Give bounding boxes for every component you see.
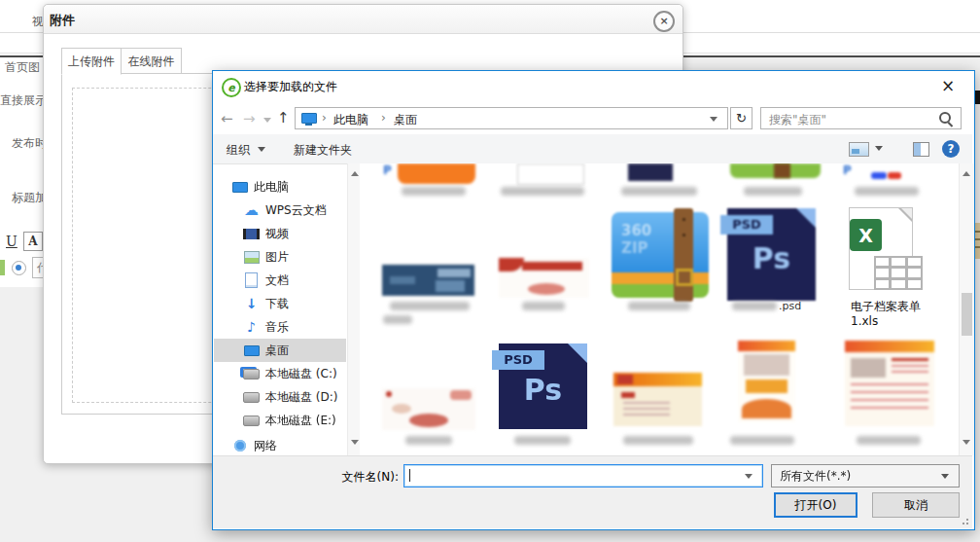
psd-ps-glyph: Ps [499, 373, 587, 407]
file-list-scrollbar[interactable] [959, 163, 974, 455]
excel-badge: X [850, 219, 882, 251]
cancel-button[interactable]: 取消 [872, 492, 960, 518]
scrollbar-thumb[interactable] [962, 293, 972, 336]
file-icon[interactable] [628, 163, 673, 181]
sidebar-item-this-pc[interactable]: 此电脑 [214, 175, 346, 199]
sidebar-item-downloads[interactable]: ↓ 下载 [214, 292, 346, 315]
drive-icon [243, 416, 260, 426]
resize-grip[interactable] [959, 515, 968, 524]
scroll-up-icon[interactable] [962, 171, 970, 176]
open-button[interactable]: 打开(O) [774, 492, 858, 518]
cloud-icon: ☁ [243, 201, 260, 219]
filetype-select[interactable]: 所有文件(*.*) [771, 464, 960, 488]
file-thumbnail[interactable] [382, 388, 475, 430]
tab-online-attachment[interactable]: 在线附件 [121, 48, 182, 75]
file-icon[interactable] [398, 163, 475, 184]
file-name-blurred [855, 187, 919, 196]
sidebar-item-pictures[interactable]: 图片 [214, 245, 346, 269]
desktop-icon [244, 345, 260, 356]
refresh-button[interactable]: ↻ [730, 107, 752, 129]
search-icon[interactable] [939, 112, 951, 124]
attachment-dialog-header[interactable]: 附件 [44, 5, 682, 34]
sidebar-item-drive-c[interactable]: 本地磁盘 (C:) [214, 362, 346, 385]
form-label: 标题加 [12, 190, 47, 206]
font-color-button[interactable]: A [23, 232, 43, 251]
preview-pane-icon[interactable] [913, 142, 929, 157]
toolbar-icon[interactable] [0, 260, 5, 275]
address-dropdown-icon[interactable] [710, 117, 718, 122]
file-open-dialog: e 选择要加载的文件 × ← → ↑ › 此电脑 › 桌面 ↻ 搜索"桌面" 组… [212, 70, 975, 530]
computer-icon [232, 182, 248, 193]
file-icon: P [383, 163, 392, 177]
ie-icon: e [222, 78, 241, 97]
file-thumbnail[interactable] [382, 265, 474, 296]
file-dialog-titlebar[interactable]: e 选择要加载的文件 × [213, 71, 972, 101]
globe-icon[interactable] [12, 261, 26, 275]
forward-button[interactable]: → [243, 110, 256, 127]
dialog-close-button[interactable]: × [935, 74, 961, 97]
form-label: 发布时 [12, 135, 47, 152]
crumb-separator: › [322, 111, 327, 125]
screen: 视 首页图 直接展示 发布时 标题加 U A 代 附件 × 上传附件 在线附件 [0, 0, 980, 542]
scroll-down-icon[interactable] [351, 440, 359, 445]
view-mode-icon[interactable] [849, 142, 869, 157]
excel-grid-icon [874, 256, 923, 290]
filename-input[interactable] [403, 464, 763, 488]
globe-dot [16, 265, 21, 271]
file-dialog-title: 选择要加载的文件 [244, 79, 337, 95]
file-thumbnail[interactable] [845, 341, 934, 426]
sidebar-item-videos[interactable]: 视频 [214, 222, 346, 245]
organize-dropdown-icon[interactable] [258, 147, 265, 152]
file-name-blurred [732, 302, 777, 310]
sidebar-item-desktop[interactable]: 桌面 [214, 339, 346, 362]
file-name-blurred [383, 315, 412, 324]
sidebar-item-network[interactable]: 网络 [214, 434, 346, 455]
search-placeholder: 搜索"桌面" [769, 112, 826, 128]
search-box[interactable]: 搜索"桌面" [760, 107, 962, 129]
help-button[interactable]: ? [942, 140, 960, 158]
file-icon[interactable] [517, 163, 584, 185]
file-name-blurred [405, 436, 452, 445]
file-list: P P [360, 163, 959, 455]
file-icon [871, 172, 887, 179]
underline-button[interactable]: U [6, 234, 18, 249]
sidebar-item-drive-e[interactable]: 本地磁盘 (E:) [214, 409, 346, 432]
zip-belt [674, 208, 693, 302]
video-icon [243, 229, 260, 239]
organize-button[interactable]: 组织 [227, 142, 250, 159]
psd-ps-glyph: Ps [727, 241, 816, 275]
filetype-dropdown-icon[interactable] [941, 474, 949, 479]
pictures-icon [244, 251, 260, 264]
file-thumbnail[interactable] [499, 258, 589, 298]
file-thumbnail[interactable] [613, 373, 702, 426]
file-name-blurred [402, 187, 466, 196]
file-icon[interactable]: P [843, 163, 852, 177]
sidebar-item-documents[interactable]: 文档 [214, 269, 346, 292]
up-button[interactable]: ↑ [277, 109, 290, 126]
dialog-footer: 文件名(N): 所有文件(*.*) 打开(O) 取消 [213, 455, 972, 528]
filename-dropdown-icon[interactable] [745, 474, 752, 479]
file-name-blurred [390, 302, 470, 310]
tab-upload-attachment[interactable]: 上传附件 [61, 48, 122, 75]
sidebar-item-music[interactable]: ♪ 音乐 [214, 315, 346, 339]
back-button[interactable]: ← [221, 110, 233, 127]
attachment-close-button[interactable]: × [653, 11, 675, 32]
file-name[interactable]: 电子档案表单 1.xls [851, 300, 932, 329]
address-bar[interactable]: › 此电脑 › 桌面 [295, 107, 728, 129]
file-thumbnail[interactable] [738, 341, 795, 422]
breadcrumb-desktop[interactable]: 桌面 [394, 112, 417, 128]
file-icon-360zip[interactable]: 360 ZIP [612, 208, 709, 298]
music-note-icon: ♪ [243, 319, 260, 335]
sidebar-item-drive-d[interactable]: 本地磁盘 (D:) [214, 385, 346, 409]
filename-label: 文件名(N): [331, 469, 399, 486]
scroll-up-icon[interactable] [351, 171, 359, 176]
history-dropdown-icon[interactable] [263, 118, 271, 123]
breadcrumb-this-pc[interactable]: 此电脑 [333, 112, 368, 128]
file-name-blurred [628, 302, 690, 310]
view-dropdown-icon[interactable] [875, 146, 883, 151]
refresh-icon: ↻ [736, 111, 747, 126]
scroll-down-icon[interactable] [962, 440, 970, 445]
new-folder-button[interactable]: 新建文件夹 [294, 142, 352, 159]
psd-tab-label: PSD [492, 350, 544, 370]
sidebar-item-wps-cloud[interactable]: ☁ WPS云文档 [214, 199, 346, 222]
